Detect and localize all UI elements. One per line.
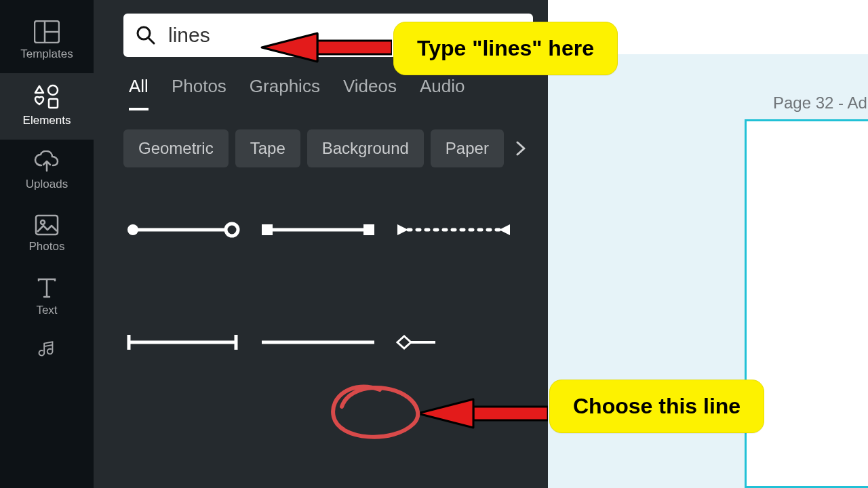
svg-rect-4 (49, 99, 58, 108)
svg-line-8 (149, 38, 154, 43)
line-element-dotted-arrows[interactable] (396, 222, 511, 238)
tab-all[interactable]: All (129, 76, 149, 110)
search-results (123, 222, 533, 352)
photos-icon (35, 214, 59, 236)
svg-rect-22 (473, 407, 548, 420)
uploads-icon (33, 150, 60, 174)
text-icon (36, 277, 58, 300)
filter-tabs: All Photos Graphics Videos Audio (123, 76, 533, 110)
tab-videos[interactable]: Videos (343, 76, 397, 110)
canvas-page[interactable] (745, 119, 868, 488)
sidebar-item-label: Photos (29, 240, 65, 253)
sidebar-item-label: Text (36, 304, 57, 317)
elements-icon (33, 84, 61, 110)
chip-tape[interactable]: Tape (235, 129, 300, 167)
annotation-callout-search: Type "lines" here (393, 22, 618, 75)
svg-point-6 (41, 220, 45, 224)
tab-photos[interactable]: Photos (172, 76, 226, 110)
svg-rect-21 (317, 41, 392, 54)
svg-point-10 (127, 224, 138, 235)
annotation-arrow-choose (412, 386, 548, 441)
line-element-plain[interactable] (260, 334, 376, 350)
annotation-arrow-search (256, 20, 392, 75)
sidebar-item-text[interactable]: Text (0, 266, 94, 329)
line-element-diamond-end[interactable] (396, 334, 437, 350)
svg-point-3 (48, 85, 58, 95)
search-icon (136, 25, 156, 45)
sidebar-item-uploads[interactable]: Uploads (0, 140, 94, 203)
results-row (123, 333, 533, 352)
sidebar-item-elements[interactable]: Elements (0, 73, 94, 140)
chips-more-button[interactable] (511, 138, 531, 159)
sidebar-item-photos[interactable]: Photos (0, 203, 94, 266)
sidebar: Templates Elements Uploads Photos Te (0, 0, 94, 488)
line-element-square-ends[interactable] (260, 222, 376, 238)
tab-graphics[interactable]: Graphics (250, 76, 320, 110)
line-element-circle-ends[interactable] (125, 222, 240, 238)
results-row (123, 222, 533, 238)
sidebar-item-label: Templates (20, 47, 73, 61)
annotation-callout-choose: Choose this line (549, 380, 764, 433)
chip-paper[interactable]: Paper (431, 129, 504, 167)
svg-rect-14 (363, 224, 374, 235)
tab-audio[interactable]: Audio (420, 76, 465, 110)
svg-rect-5 (36, 216, 58, 235)
sidebar-item-label: Elements (23, 114, 71, 127)
audio-icon (35, 340, 58, 358)
svg-rect-13 (262, 224, 273, 235)
chip-background[interactable]: Background (307, 129, 424, 167)
sidebar-item-label: Uploads (26, 178, 68, 191)
svg-point-11 (226, 224, 238, 236)
page-label: Page 32 - Ad (773, 94, 867, 113)
line-element-tick-ends[interactable] (125, 333, 240, 352)
sidebar-item-audio[interactable] (0, 329, 94, 358)
chip-geometric[interactable]: Geometric (123, 129, 229, 167)
sidebar-item-templates[interactable]: Templates (0, 9, 94, 73)
templates-icon (34, 20, 60, 43)
suggestion-chips: Geometric Tape Background Paper (123, 129, 533, 167)
